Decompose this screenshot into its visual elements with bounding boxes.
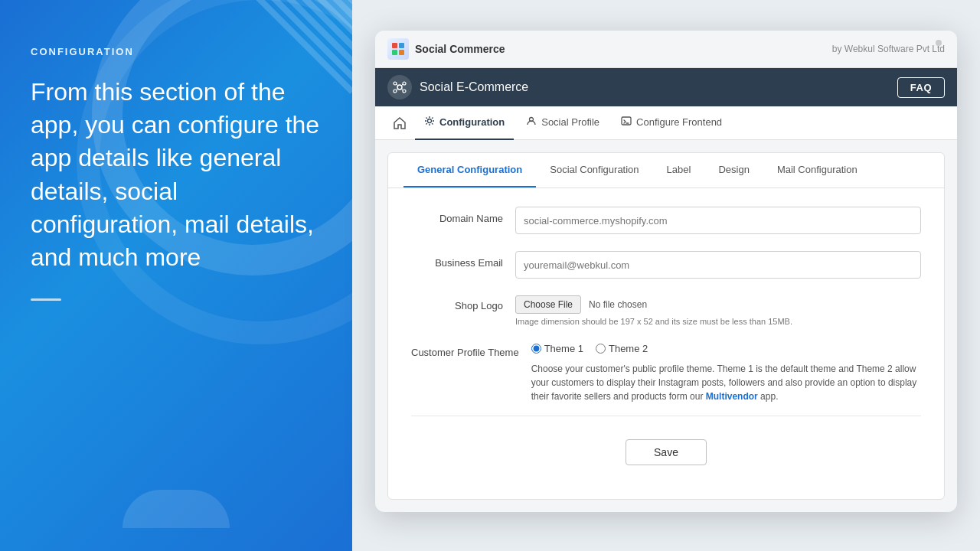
left-heading: From this section of the app, you can co… xyxy=(31,76,322,274)
svg-line-5 xyxy=(322,0,352,92)
left-panel: CONFIGURATION From this section of the a… xyxy=(0,0,352,551)
svg-point-15 xyxy=(394,90,397,93)
theme1-label: Theme 1 xyxy=(544,343,583,354)
tab-social-profile-label: Social Profile xyxy=(541,116,599,128)
content-area: General Configuration Social Configurati… xyxy=(387,152,945,500)
svg-line-4 xyxy=(306,0,352,92)
svg-rect-8 xyxy=(392,43,397,48)
nav-network-icon xyxy=(387,75,412,99)
home-tab-icon[interactable] xyxy=(387,111,412,135)
tab-configuration-label: Configuration xyxy=(439,116,505,128)
config-tab-icon xyxy=(424,116,435,129)
app-header-right: by Webkul Software Pvt Ltd xyxy=(832,44,945,54)
right-panel: Social Commerce by Webkul Software Pvt L… xyxy=(352,0,980,551)
sub-tabs: General Configuration Social Configurati… xyxy=(388,153,944,188)
tab-nav: Configuration Social Profile xyxy=(375,106,957,140)
app-logo-area: Social Commerce xyxy=(387,38,505,60)
svg-line-0 xyxy=(245,0,352,92)
app-logo-icon xyxy=(387,38,409,60)
svg-point-13 xyxy=(394,82,397,85)
nav-left: Social E-Commerce xyxy=(387,75,528,99)
svg-line-1 xyxy=(260,0,352,92)
app-window: Social Commerce by Webkul Software Pvt L… xyxy=(375,31,957,512)
bottom-shape xyxy=(122,490,230,528)
shop-logo-label: Shop Logo xyxy=(411,295,503,311)
domain-name-label: Domain Name xyxy=(411,207,503,224)
social-profile-tab-icon xyxy=(526,116,537,129)
theme2-label: Theme 2 xyxy=(609,343,648,354)
shop-logo-row: Shop Logo Choose File No file chosen Ima… xyxy=(411,295,921,326)
form-area: Domain Name Business Email Shop Logo Cho… xyxy=(388,188,944,499)
theme2-option[interactable]: Theme 2 xyxy=(596,343,648,354)
svg-rect-9 xyxy=(399,43,404,48)
svg-point-14 xyxy=(403,82,406,85)
no-file-text: No file chosen xyxy=(589,299,647,310)
save-btn-row: Save xyxy=(411,432,921,481)
tab-configure-frontend-label: Configure Frontend xyxy=(636,116,722,128)
sub-tab-mail[interactable]: Mail Configuration xyxy=(763,153,871,187)
faq-button[interactable]: FAQ xyxy=(897,77,945,98)
decorative-lines xyxy=(184,0,352,153)
radio-options: Theme 1 Theme 2 xyxy=(531,343,921,354)
svg-line-6 xyxy=(337,0,352,92)
svg-point-21 xyxy=(428,119,432,123)
left-divider xyxy=(31,298,61,301)
app-logo-text: Social Commerce xyxy=(415,43,505,55)
nav-title: Social E-Commerce xyxy=(420,80,528,94)
theme1-option[interactable]: Theme 1 xyxy=(531,343,583,354)
sub-tab-general[interactable]: General Configuration xyxy=(403,153,536,187)
svg-point-16 xyxy=(403,90,406,93)
svg-rect-10 xyxy=(392,50,397,55)
domain-name-row: Domain Name xyxy=(411,207,921,234)
customer-profile-theme-row: Customer Profile Theme Theme 1 Theme 2 xyxy=(411,343,921,403)
business-email-row: Business Email xyxy=(411,251,921,279)
business-email-label: Business Email xyxy=(411,251,503,269)
svg-rect-11 xyxy=(399,50,404,55)
nav-bar: Social E-Commerce FAQ xyxy=(375,68,957,106)
svg-line-2 xyxy=(276,0,352,92)
tab-configure-frontend[interactable]: Configure Frontend xyxy=(612,106,731,140)
radio-description: Choose your customer's public profile th… xyxy=(531,362,921,403)
business-email-input[interactable] xyxy=(515,251,921,279)
tab-social-profile[interactable]: Social Profile xyxy=(517,106,609,140)
sub-tab-design[interactable]: Design xyxy=(704,153,763,187)
domain-name-input[interactable] xyxy=(515,207,921,234)
radio-content: Theme 1 Theme 2 Choose your customer's p… xyxy=(531,343,921,403)
form-divider xyxy=(411,416,921,416)
theme1-radio[interactable] xyxy=(531,344,541,354)
choose-file-button[interactable]: Choose File xyxy=(515,295,581,314)
app-header: Social Commerce by Webkul Software Pvt L… xyxy=(375,31,957,68)
customer-profile-theme-label: Customer Profile Theme xyxy=(411,343,519,360)
configure-frontend-tab-icon xyxy=(621,116,632,129)
config-label: CONFIGURATION xyxy=(31,46,322,57)
sub-tab-social[interactable]: Social Configuration xyxy=(536,153,652,187)
sub-tab-label[interactable]: Label xyxy=(653,153,705,187)
theme2-radio[interactable] xyxy=(596,344,606,354)
window-dot xyxy=(936,40,942,46)
tab-configuration[interactable]: Configuration xyxy=(415,106,514,140)
file-hint: Image dimension should be 197 x 52 and i… xyxy=(515,317,921,326)
save-button[interactable]: Save xyxy=(626,439,707,465)
svg-line-3 xyxy=(291,0,352,92)
file-input-row: Choose File No file chosen xyxy=(515,295,921,314)
logo-content: Choose File No file chosen Image dimensi… xyxy=(515,295,921,326)
multivendor-link[interactable]: Multivendor xyxy=(706,391,758,402)
